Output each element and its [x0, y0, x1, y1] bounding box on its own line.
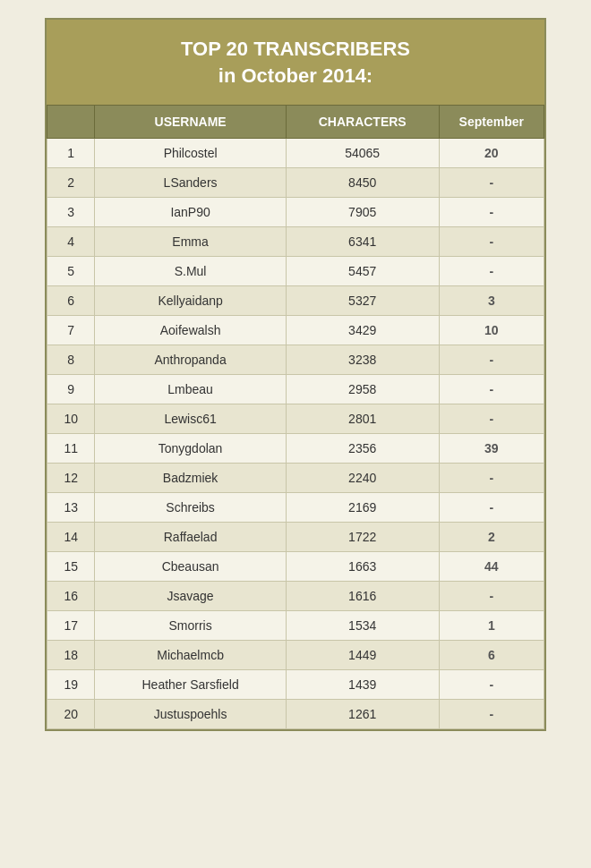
cell-characters: 1534 [286, 611, 439, 641]
cell-rank: 11 [47, 434, 95, 464]
cell-characters: 1439 [286, 670, 439, 700]
cell-username: Michaelmcb [95, 641, 286, 670]
cell-september: 1 [439, 611, 544, 641]
cell-username: Schreibs [95, 493, 286, 523]
cell-rank: 6 [47, 286, 95, 316]
table-row: 19Heather Sarsfield1439- [47, 670, 544, 700]
cell-username: Lmbeau [95, 375, 286, 404]
cell-characters: 5457 [286, 257, 439, 286]
table-row: 2LSanders8450- [47, 168, 544, 198]
title-bar: TOP 20 TRANSCRIBERS in October 2014: [47, 20, 544, 105]
cell-rank: 15 [47, 552, 95, 582]
table-row: 18Michaelmcb14496 [47, 641, 544, 670]
cell-rank: 20 [47, 700, 95, 729]
cell-september: 3 [439, 286, 544, 316]
page-title: TOP 20 TRANSCRIBERS in October 2014: [64, 36, 527, 89]
col-rank [47, 106, 95, 139]
cell-september: 10 [439, 316, 544, 345]
cell-username: Philcostel [95, 139, 286, 168]
table-row: 17Smorris15341 [47, 611, 544, 641]
cell-rank: 10 [47, 404, 95, 434]
table-row: 20Justuspoehls1261- [47, 700, 544, 729]
cell-september: - [439, 582, 544, 611]
cell-rank: 8 [47, 345, 95, 375]
leaderboard-table: USERNAME CHARACTERS September 1Philcoste… [47, 105, 544, 729]
cell-september: - [439, 198, 544, 227]
cell-characters: 2801 [286, 404, 439, 434]
cell-september: - [439, 375, 544, 404]
cell-characters: 5327 [286, 286, 439, 316]
cell-september: - [439, 345, 544, 375]
table-row: 6Kellyaidanp53273 [47, 286, 544, 316]
cell-rank: 14 [47, 523, 95, 552]
cell-characters: 7905 [286, 198, 439, 227]
cell-september: 44 [439, 552, 544, 582]
table-row: 13Schreibs2169- [47, 493, 544, 523]
cell-rank: 18 [47, 641, 95, 670]
cell-rank: 2 [47, 168, 95, 198]
cell-september: 20 [439, 139, 544, 168]
col-username: USERNAME [95, 106, 286, 139]
cell-rank: 16 [47, 582, 95, 611]
cell-rank: 9 [47, 375, 95, 404]
cell-characters: 8450 [286, 168, 439, 198]
cell-username: Smorris [95, 611, 286, 641]
cell-september: 39 [439, 434, 544, 464]
cell-september: - [439, 227, 544, 257]
table-row: 5S.Mul5457- [47, 257, 544, 286]
cell-username: LSanders [95, 168, 286, 198]
cell-username: Tonygdolan [95, 434, 286, 464]
table-row: 10Lewisc612801- [47, 404, 544, 434]
leaderboard-container: TOP 20 TRANSCRIBERS in October 2014: USE… [45, 18, 546, 731]
cell-characters: 6341 [286, 227, 439, 257]
table-row: 11Tonygdolan235639 [47, 434, 544, 464]
cell-username: Anthropanda [95, 345, 286, 375]
table-row: 8Anthropanda3238- [47, 345, 544, 375]
table-row: 3IanP907905- [47, 198, 544, 227]
cell-username: Lewisc61 [95, 404, 286, 434]
cell-rank: 19 [47, 670, 95, 700]
cell-rank: 4 [47, 227, 95, 257]
cell-rank: 1 [47, 139, 95, 168]
cell-rank: 7 [47, 316, 95, 345]
cell-september: - [439, 168, 544, 198]
cell-characters: 1663 [286, 552, 439, 582]
cell-september: - [439, 670, 544, 700]
cell-september: - [439, 493, 544, 523]
table-row: 16Jsavage1616- [47, 582, 544, 611]
cell-rank: 12 [47, 464, 95, 493]
cell-characters: 1616 [286, 582, 439, 611]
table-row: 1Philcostel5406520 [47, 139, 544, 168]
cell-september: 2 [439, 523, 544, 552]
table-row: 14Raffaelad17222 [47, 523, 544, 552]
cell-username: S.Mul [95, 257, 286, 286]
cell-rank: 13 [47, 493, 95, 523]
cell-username: Cbeausan [95, 552, 286, 582]
cell-username: Badzmiek [95, 464, 286, 493]
cell-username: Emma [95, 227, 286, 257]
cell-rank: 3 [47, 198, 95, 227]
cell-characters: 2240 [286, 464, 439, 493]
cell-characters: 3238 [286, 345, 439, 375]
col-september: September [439, 106, 544, 139]
cell-september: - [439, 464, 544, 493]
cell-rank: 5 [47, 257, 95, 286]
col-characters: CHARACTERS [286, 106, 439, 139]
cell-rank: 17 [47, 611, 95, 641]
cell-characters: 1261 [286, 700, 439, 729]
cell-username: Heather Sarsfield [95, 670, 286, 700]
cell-characters: 3429 [286, 316, 439, 345]
cell-september: - [439, 700, 544, 729]
cell-september: 6 [439, 641, 544, 670]
table-row: 12Badzmiek2240- [47, 464, 544, 493]
cell-characters: 2356 [286, 434, 439, 464]
cell-september: - [439, 404, 544, 434]
table-row: 7Aoifewalsh342910 [47, 316, 544, 345]
cell-characters: 2169 [286, 493, 439, 523]
cell-september: - [439, 257, 544, 286]
cell-username: Kellyaidanp [95, 286, 286, 316]
cell-username: IanP90 [95, 198, 286, 227]
table-row: 9Lmbeau2958- [47, 375, 544, 404]
cell-username: Jsavage [95, 582, 286, 611]
table-row: 4Emma6341- [47, 227, 544, 257]
